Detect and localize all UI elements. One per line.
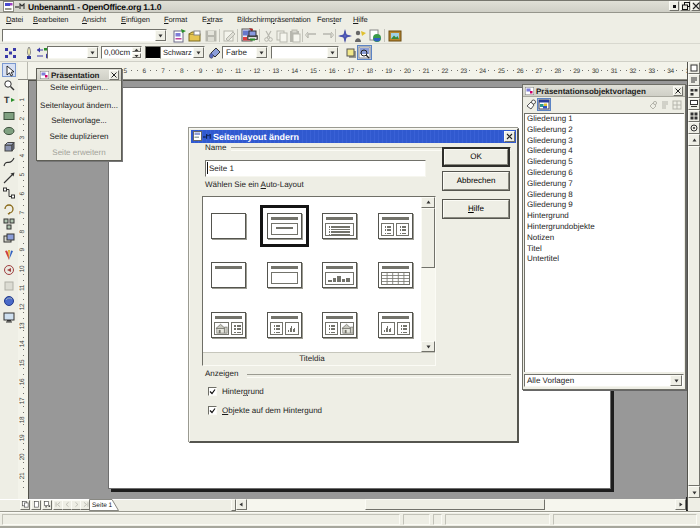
svg-text:T: T xyxy=(4,95,10,105)
svg-text:Seite 1: Seite 1 xyxy=(92,502,113,509)
